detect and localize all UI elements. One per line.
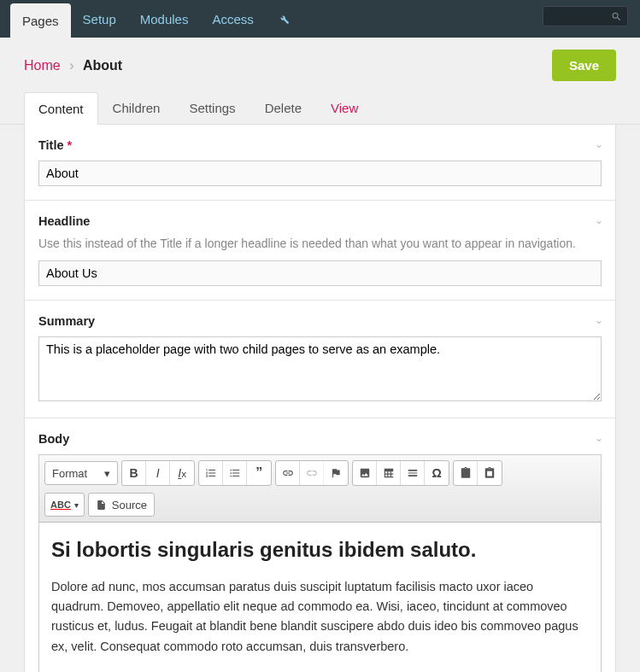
topnav-tab-pages[interactable]: Pages (10, 3, 71, 38)
numbered-list-button[interactable] (199, 461, 223, 485)
search-box[interactable] (543, 6, 628, 26)
paste-group (453, 460, 502, 486)
field-title-section: ⌄ Title * (25, 125, 615, 201)
paste-word-button[interactable] (478, 461, 502, 485)
insert-group: Ω (352, 460, 449, 486)
editor-toolbar: Format ▾ B I Ix ” (38, 454, 602, 523)
format-dropdown[interactable]: Format ▾ (44, 461, 118, 485)
breadcrumb-home[interactable]: Home (24, 58, 61, 73)
body-paragraph: Dolore ad nunc, mos accumsan paratus dui… (51, 577, 589, 657)
tab-view[interactable]: View (316, 91, 373, 124)
table-icon (383, 467, 395, 479)
chevron-down-icon[interactable]: ⌄ (595, 138, 603, 150)
specialchar-button[interactable]: Ω (425, 461, 449, 485)
tab-children[interactable]: Children (98, 91, 175, 124)
chevron-down-icon[interactable]: ⌄ (595, 432, 603, 444)
unlink-icon (306, 467, 318, 479)
caret-down-icon: ▾ (74, 500, 79, 510)
topnav-tab-label: Modules (140, 12, 189, 26)
paste-text-button[interactable] (454, 461, 478, 485)
image-icon (359, 467, 371, 479)
search-input[interactable] (551, 10, 611, 23)
topnav-tab-label: Setup (83, 12, 116, 26)
body-label: Body (38, 432, 602, 446)
summary-label: Summary (38, 314, 602, 328)
topnav-tab-modules[interactable]: Modules (128, 0, 201, 38)
tab-content[interactable]: Content (24, 92, 98, 125)
paste-word-icon (484, 467, 496, 479)
wrench-icon (278, 13, 290, 25)
form-panel: ⌄ Title * ⌄ Headline Use this instead of… (24, 125, 616, 672)
hr-button[interactable] (401, 461, 425, 485)
header-row: Home › About Save (0, 38, 640, 91)
spellcheck-dropdown[interactable]: ABC ▾ (44, 493, 85, 517)
bullet-list-button[interactable] (223, 461, 247, 485)
search-icon (611, 11, 622, 22)
topnav-tab-access[interactable]: Access (200, 0, 265, 38)
title-input[interactable] (38, 161, 602, 186)
caret-down-icon: ▾ (104, 467, 110, 480)
spellcheck-icon: ABC (50, 500, 71, 510)
format-label: Format (52, 467, 87, 480)
tab-delete[interactable]: Delete (250, 91, 316, 124)
bold-button[interactable]: B (122, 461, 146, 485)
breadcrumb: Home › About (24, 58, 122, 73)
save-button[interactable]: Save (552, 50, 616, 81)
content-tabs: Content Children Settings Delete View (0, 91, 640, 125)
headline-label: Headline (38, 214, 602, 228)
summary-textarea[interactable]: This is a placeholder page with two chil… (38, 336, 602, 401)
title-label: Title * (38, 138, 602, 152)
label-text: Title (38, 138, 64, 152)
chevron-down-icon[interactable]: ⌄ (595, 314, 603, 326)
tab-settings[interactable]: Settings (174, 91, 250, 124)
unlink-button[interactable] (300, 461, 324, 485)
bullet-list-icon (229, 467, 241, 479)
body-heading: Si lobortis singularis genitus ibidem sa… (51, 538, 589, 562)
field-body-section: ⌄ Body Format ▾ B I Ix ” (25, 418, 615, 672)
topnav-tab-setup[interactable]: Setup (71, 0, 128, 38)
link-button[interactable] (276, 461, 300, 485)
editor-content[interactable]: Si lobortis singularis genitus ibidem sa… (38, 523, 602, 672)
topnav-tab-label: Pages (22, 14, 59, 28)
link-group (275, 460, 349, 486)
link-icon (282, 467, 294, 479)
source-button[interactable]: Source (88, 493, 155, 517)
image-button[interactable] (353, 461, 377, 485)
field-summary-section: ⌄ Summary This is a placeholder page wit… (25, 301, 615, 418)
topnav-tools[interactable] (266, 0, 302, 38)
list-group: ” (198, 460, 272, 486)
anchor-button[interactable] (324, 461, 348, 485)
table-button[interactable] (377, 461, 401, 485)
paste-text-icon (460, 467, 472, 479)
remove-format-button[interactable]: Ix (170, 461, 194, 485)
chevron-down-icon[interactable]: ⌄ (595, 214, 603, 226)
field-headline-section: ⌄ Headline Use this instead of the Title… (25, 201, 615, 301)
chevron-right-icon: › (69, 58, 73, 73)
headline-help: Use this instead of the Title if a longe… (38, 237, 602, 250)
breadcrumb-current: About (83, 58, 122, 73)
source-label: Source (112, 499, 147, 511)
flag-icon (330, 467, 342, 479)
hr-icon (407, 467, 419, 479)
text-style-group: B I Ix (121, 460, 195, 486)
numbered-list-icon (205, 467, 217, 479)
top-nav: Pages Setup Modules Access (0, 0, 640, 38)
required-asterisk: * (68, 138, 73, 152)
italic-button[interactable]: I (146, 461, 170, 485)
topnav-tab-label: Access (212, 12, 253, 26)
blockquote-button[interactable]: ” (247, 461, 271, 485)
headline-input[interactable] (38, 260, 602, 286)
source-icon (96, 500, 107, 511)
